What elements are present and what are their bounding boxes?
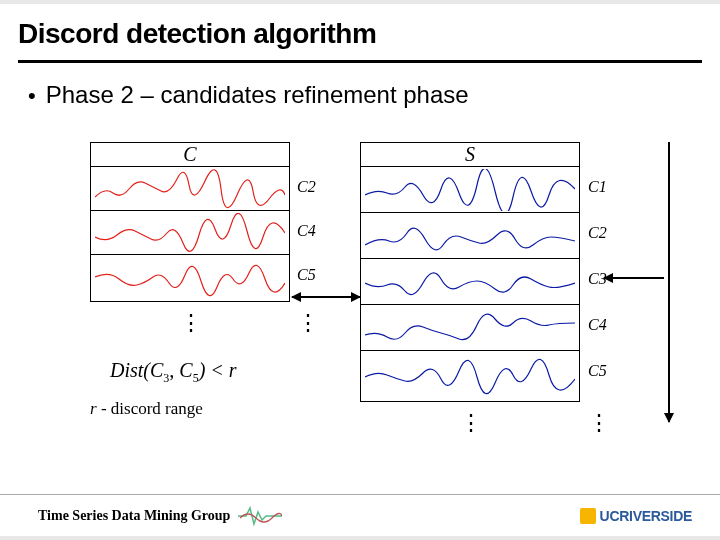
mini-waveform-icon [238, 504, 282, 528]
page-title: Discord detection algorithm [18, 18, 702, 50]
formula-text: Dist(C3, C5) < r [110, 359, 237, 381]
waveform-icon [365, 261, 575, 303]
waveform-icon [365, 215, 575, 257]
panel-c-row [91, 167, 289, 211]
footer: Time Series Data Mining Group UCRIVERSID… [0, 494, 720, 536]
title-band: Discord detection algorithm [0, 4, 720, 56]
waveform-icon [95, 257, 285, 297]
panel-s-row [361, 259, 579, 305]
waveform-icon [95, 169, 285, 209]
panel-s: S [360, 142, 580, 402]
content-area: • Phase 2 – candidates refinement phase [0, 63, 720, 109]
panel-s-row-label: C2 [588, 224, 607, 242]
arrow-left-icon [604, 277, 664, 279]
ucr-uc: UC [600, 508, 620, 524]
ucr-badge-icon [580, 508, 596, 524]
panel-s-row [361, 213, 579, 259]
panel-c-row [91, 211, 289, 255]
waveform-icon [365, 307, 575, 349]
panel-c-row-label: C2 [297, 178, 316, 196]
panel-c: C [90, 142, 290, 302]
r-definition: r - discord range [90, 399, 203, 419]
r-text: discord range [111, 399, 203, 418]
ucr-logo: UCRIVERSIDE [580, 508, 692, 524]
distance-formula: Dist(C3, C5) < r [110, 359, 237, 386]
waveform-icon [95, 213, 285, 253]
panel-s-row-label: C1 [588, 178, 607, 196]
panel-s-row-label: C4 [588, 316, 607, 334]
panel-s-row-label: C5 [588, 362, 607, 380]
bullet-text: Phase 2 – candidates refinement phase [46, 81, 469, 109]
ucr-text: UCRIVERSIDE [600, 508, 692, 524]
panel-s-row [361, 167, 579, 213]
panel-c-row-label: C4 [297, 222, 316, 240]
bullet-dot-icon: • [28, 85, 36, 107]
panel-s-row [361, 351, 579, 397]
panel-c-row-label: C5 [297, 266, 316, 284]
panel-s-row [361, 305, 579, 351]
r-symbol: r [90, 399, 97, 418]
vertical-ellipsis-icon: ⋮ [588, 410, 608, 436]
slide: Discord detection algorithm • Phase 2 – … [0, 4, 720, 536]
panel-c-row [91, 255, 289, 299]
r-separator: - [101, 399, 111, 418]
arrow-bidirectional-icon [292, 296, 360, 298]
arrow-down-icon [668, 142, 670, 422]
waveform-icon [365, 169, 575, 211]
waveform-icon [365, 353, 575, 395]
footer-group-name: Time Series Data Mining Group [38, 508, 230, 524]
vertical-ellipsis-icon: ⋮ [180, 310, 200, 336]
panel-s-header: S [361, 143, 579, 167]
ucr-riverside: RIVERSIDE [619, 508, 692, 524]
panel-c-header: C [91, 143, 289, 167]
bullet-row: • Phase 2 – candidates refinement phase [28, 81, 692, 109]
footer-left: Time Series Data Mining Group [38, 504, 282, 528]
vertical-ellipsis-icon: ⋮ [460, 410, 480, 436]
diagram: C C2 C4 C5 ⋮ ⋮ S [60, 134, 680, 456]
vertical-ellipsis-icon: ⋮ [297, 310, 317, 336]
